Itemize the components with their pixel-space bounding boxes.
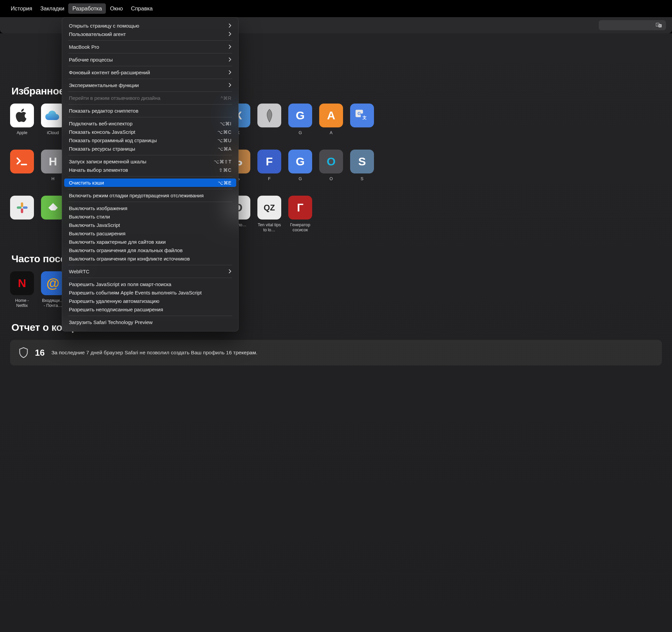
bookmark-tile[interactable]: QZTen vital tips to lo… <box>257 196 281 233</box>
menubar-item-help[interactable]: Справка <box>127 3 157 14</box>
develop-menu-item[interactable]: Подключить веб-инспектор⌥⌘I <box>64 119 236 128</box>
develop-menu-item[interactable]: Начать выбор элементов⇧⌘C <box>64 166 236 174</box>
menu-shortcut: ⌥⌘U <box>217 138 232 143</box>
develop-menu-item[interactable]: Показать редактор сниппетов <box>64 107 236 115</box>
develop-menu-item[interactable]: Фоновый контент веб-расширений <box>64 68 236 77</box>
menu-separator <box>68 117 232 117</box>
privacy-report-text: За последние 7 дней браузер Safari не по… <box>51 350 257 354</box>
develop-menu-item[interactable]: Показать программный код страницы⌥⌘U <box>64 136 236 144</box>
bookmark-label: О <box>330 177 333 182</box>
bookmark-icon: G <box>288 149 312 173</box>
bookmark-icon: G <box>288 103 312 127</box>
bookmark-tile[interactable]: OО <box>319 149 343 182</box>
bookmark-tile[interactable]: ГГенератор сосисок <box>288 196 312 233</box>
develop-menu-item[interactable]: Загрузить Safari Technology Preview <box>64 318 236 326</box>
menu-shortcut: ⇧⌘C <box>219 167 232 173</box>
menu-shortcut: ⌥⌘A <box>218 146 232 151</box>
menu-item-label: Пользовательский агент <box>69 31 126 37</box>
develop-menu-item[interactable]: Пользовательский агент <box>64 30 236 38</box>
menu-item-label: Разрешить JavaScript из поля смарт-поиск… <box>69 281 171 287</box>
bookmark-label: G <box>299 131 302 136</box>
bookmark-tile[interactable]: NHome - Netflix <box>10 271 34 308</box>
menu-separator <box>68 155 232 155</box>
menu-item-label: Запуск записи временной шкалы <box>69 159 146 164</box>
develop-menu-item[interactable]: Выключить стили <box>64 212 236 221</box>
bookmark-icon <box>10 103 34 127</box>
menu-item-label: Открыть страницу с помощью <box>69 23 139 29</box>
bookmark-tile[interactable]: @Входящи… - Почта… <box>41 271 65 308</box>
menubar-item-bookmarks[interactable]: Закладки <box>36 3 68 14</box>
develop-menu-item[interactable]: Выключить изображения <box>64 204 236 212</box>
menu-item-label: Показать редактор сниппетов <box>69 108 139 114</box>
menu-item-label: Выключить стили <box>69 214 110 219</box>
develop-menu-item[interactable]: Разрешить JavaScript из поля смарт-поиск… <box>64 280 236 288</box>
develop-menu-item[interactable]: Рабочие процессы <box>64 55 236 64</box>
privacy-report-card[interactable]: 16 За последние 7 дней браузер Safari не… <box>10 340 376 354</box>
menu-separator <box>68 176 232 177</box>
menu-item-label: Выключить расширения <box>69 231 125 236</box>
develop-menu-item[interactable]: Выключить ограничения для локальных файл… <box>64 246 236 255</box>
bookmark-tile[interactable]: G文 <box>350 103 374 136</box>
menu-item-label: MacBook Pro <box>69 44 99 50</box>
develop-menu-item: Перейти в режим отзывчивого дизайна^⌘R <box>64 94 236 102</box>
svg-rect-11 <box>21 208 23 213</box>
bookmark-tile[interactable]: FF <box>257 149 281 182</box>
menu-item-label: Выключить ограничения для локальных файл… <box>69 248 183 253</box>
bookmark-tile[interactable]: GG <box>288 149 312 182</box>
bookmark-tile[interactable]: Apple <box>10 103 34 136</box>
svg-rect-10 <box>17 206 22 209</box>
bookmark-tile[interactable]: SS <box>350 149 374 182</box>
bookmark-label: Home - Netflix <box>10 298 34 308</box>
chevron-right-icon <box>229 57 232 63</box>
bookmark-tile[interactable]: GG <box>288 103 312 136</box>
menu-separator <box>68 53 232 53</box>
develop-menu-item[interactable]: WebRTC <box>64 267 236 276</box>
develop-menu-item[interactable]: Запуск записи временной шкалы⌥⌘⇧T <box>64 157 236 166</box>
develop-menu-item[interactable]: Разрешить удаленную автоматизацию <box>64 297 236 305</box>
bookmark-icon: G文 <box>350 103 374 127</box>
menubar-item-window[interactable]: Окно <box>106 3 127 14</box>
chevron-right-icon <box>229 23 232 29</box>
bookmark-tile[interactable]: iCloud <box>41 103 65 136</box>
bookmark-tile[interactable] <box>10 149 34 182</box>
bookmark-icon: F <box>257 149 281 173</box>
develop-menu-item[interactable]: Включить режим отладки предотвращения от… <box>64 191 236 200</box>
develop-menu-item[interactable]: Экспериментальные функции <box>64 81 236 89</box>
menubar-item-develop[interactable]: Разработка <box>68 3 106 14</box>
bookmark-tile[interactable] <box>257 103 281 136</box>
develop-menu-item[interactable]: Выключить расширения <box>64 229 236 238</box>
develop-menu-item[interactable]: Выключить характерные для сайтов хаки <box>64 238 236 246</box>
menu-separator <box>68 40 232 41</box>
develop-menu-item[interactable]: Показать ресурсы страницы⌥⌘A <box>64 144 236 153</box>
bookmark-tile[interactable]: АА <box>319 103 343 136</box>
develop-menu-item[interactable]: Показать консоль JavaScript⌥⌘C <box>64 128 236 136</box>
develop-menu-item[interactable]: Разрешить событиям Apple Events выполнят… <box>64 288 236 297</box>
bookmark-tile[interactable]: HH <box>41 149 65 182</box>
develop-menu-item[interactable]: Разрешить неподписанные расширения <box>64 305 236 314</box>
develop-menu-item[interactable]: Выключить JavaScript <box>64 221 236 229</box>
develop-menu-item[interactable]: Очистить кэши⌥⌘E <box>64 179 236 187</box>
develop-menu-item[interactable]: Открыть страницу с помощью <box>64 22 236 30</box>
bookmark-label: Входящи… - Почта… <box>41 298 65 308</box>
menu-separator <box>68 79 232 79</box>
chevron-right-icon <box>229 83 232 88</box>
bookmark-label: G <box>299 177 302 182</box>
menu-shortcut: ⌥⌘⇧T <box>214 159 232 164</box>
bookmark-icon <box>10 196 34 219</box>
bookmark-tile[interactable] <box>10 196 34 233</box>
bookmark-icon: А <box>319 103 343 127</box>
develop-menu-item[interactable]: Выключить ограничения при конфликте исто… <box>64 255 236 263</box>
menu-item-label: Начать выбор элементов <box>69 167 128 173</box>
bookmark-icon: QZ <box>257 196 281 219</box>
bookmark-tile[interactable] <box>41 196 65 233</box>
menubar-item-history[interactable]: История <box>7 3 36 14</box>
develop-menu-item[interactable]: MacBook Pro <box>64 43 236 51</box>
bookmark-icon: O <box>319 149 343 173</box>
bookmark-label: iCloud <box>47 131 59 136</box>
bookmark-icon: H <box>41 149 65 173</box>
menu-separator <box>68 278 232 278</box>
bookmark-label: Генератор сосисок <box>288 223 312 233</box>
menu-item-label: Разрешить событиям Apple Events выполнят… <box>69 290 201 296</box>
svg-text:G: G <box>358 111 361 116</box>
menu-separator <box>68 189 232 189</box>
